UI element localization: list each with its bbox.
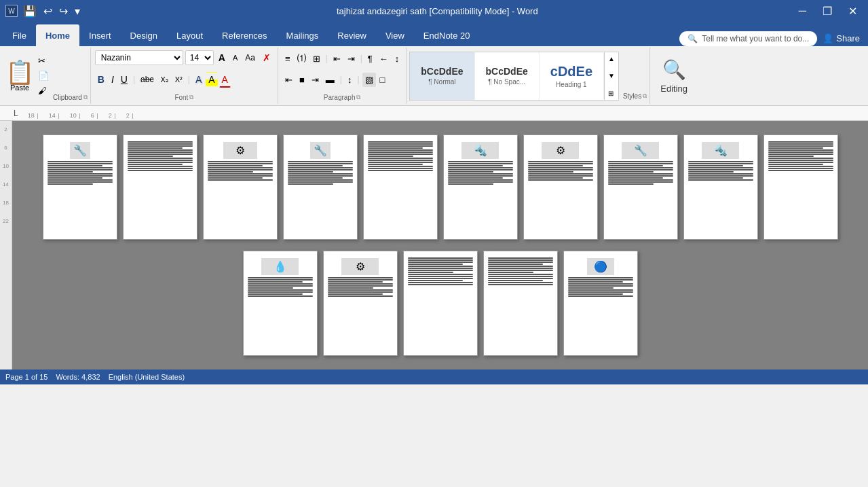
decrease-indent-button[interactable]: ⇤ [331,52,343,66]
page-15-image: 🔵 [587,258,614,275]
underline-button[interactable]: U [118,72,130,87]
numbered-list-button[interactable]: ⑴ [295,50,309,67]
tab-file[interactable]: File [3,24,36,46]
page-thumb-4[interactable]: 🔧 [283,134,358,240]
minimize-button[interactable]: ─ [793,3,812,18]
page-thumb-13[interactable] [403,251,478,356]
tell-me-input[interactable]: 🔍 Tell me what you want to do... [679,31,817,46]
font-expand-icon[interactable]: ⧉ [189,94,193,101]
tab-home[interactable]: Home [36,24,79,46]
multi-level-list-button[interactable]: ⊞ [310,52,323,66]
style-normal[interactable]: bCcDdEe ¶ Normal [410,52,474,100]
clipboard-label: Clipboard ⧉ [53,94,88,101]
tab-view[interactable]: View [376,24,414,46]
font-color-button[interactable]: A [219,72,231,88]
paste-button[interactable]: 📋 Paste [5,60,34,92]
tab-design[interactable]: Design [121,24,167,46]
font-size-select[interactable]: 14 [185,50,214,65]
restore-button[interactable]: ❐ [817,3,837,19]
font-name-select[interactable]: Nazanin [95,50,183,65]
bold-button[interactable]: B [95,72,107,87]
page-thumb-12[interactable]: ⚙ [323,251,398,356]
align-right-button[interactable]: ⇥ [309,73,322,87]
ruler-tab-marker[interactable]: L [14,109,18,118]
styles-label-row: Styles ⧉ [620,92,647,101]
page-thumb-11[interactable]: 💧 [243,251,318,356]
undo-button[interactable]: ↩ [42,3,54,19]
subscript-button[interactable]: X₂ [157,73,170,86]
styles-expand-icon[interactable]: ⧉ [643,92,647,100]
page-thumb-1[interactable]: 🔧 [43,134,117,240]
share-label: Share [836,33,860,43]
redo-button[interactable]: ↪ [58,3,69,19]
page-thumb-7[interactable]: ⚙ [523,134,598,240]
cut-icon: ✂ [38,56,45,66]
tab-review[interactable]: Review [328,24,376,46]
page-9-image: 🔩 [702,142,739,159]
styles-scroll-up[interactable]: ▲ [606,54,617,64]
align-left-button[interactable]: ⇤ [282,73,295,87]
style-no-spacing[interactable]: bCcDdEe ¶ No Spac... [475,52,540,100]
increase-indent-button[interactable]: ⇥ [345,52,358,66]
tab-endnote[interactable]: EndNote 20 [414,24,480,46]
page-5-lines [368,141,433,172]
text-effect-button[interactable]: A [193,72,204,87]
cut-button[interactable]: ✂ [35,54,52,68]
sort-button[interactable]: ↕ [392,52,402,66]
style-heading1[interactable]: cDdEe Heading 1 [540,52,604,100]
align-center-button[interactable]: ■ [297,73,307,87]
font-shrink-button[interactable]: A [230,52,240,64]
line-spacing-button[interactable]: ↕ [345,73,355,87]
editing-label: Editing [660,84,687,94]
page-8-image: 🔧 [622,142,659,159]
styles-list: bCcDdEe ¶ Normal bCcDdEe ¶ No Spac... cD… [410,52,604,100]
page-10-lines [768,141,833,172]
pages-row-1: 🔧 [43,134,838,240]
rtl-button[interactable]: ← [377,52,391,66]
paragraph-group: ≡ ⑴ ⊞ | ⇤ ⇥ | ¶ ← ↕ ⇤ ■ ⇥ ▬ | ↕ | ▧ □ Pa… [278,48,407,104]
page-thumb-14[interactable] [483,251,558,356]
font-grow-button[interactable]: A [216,50,228,65]
page-thumb-9[interactable]: 🔩 [683,134,758,240]
title-bar-left: W 💾 ↩ ↪ ▾ [5,3,81,19]
clipboard-actions: ✂ 📄 🖌 [35,54,52,98]
tab-mailings[interactable]: Mailings [277,24,328,46]
tab-references[interactable]: References [212,24,276,46]
page-thumb-6[interactable]: 🔩 [443,134,518,240]
share-button[interactable]: 👤 Share [817,31,865,46]
strikethrough-button[interactable]: abc [138,73,156,86]
shading-button[interactable]: ▧ [362,73,376,87]
paragraph-expand-icon[interactable]: ⧉ [356,94,360,101]
save-button[interactable]: 💾 [22,3,38,19]
page-thumb-10[interactable] [763,134,838,240]
close-button[interactable]: ✕ [843,3,863,19]
show-formatting-button[interactable]: ¶ [365,52,375,66]
page-thumb-3[interactable]: ⚙ [203,134,278,240]
main-area: 2 6 10 14 18 22 🔧 [0,121,868,369]
border-button[interactable]: □ [377,73,388,87]
italic-button[interactable]: I [109,72,117,87]
tab-insert[interactable]: Insert [79,24,121,46]
copy-button[interactable]: 📄 [35,69,52,83]
page-13-lines [408,257,473,286]
style-no-spacing-preview: bCcDdEe [486,66,528,77]
page-thumb-15[interactable]: 🔵 [563,251,638,356]
tell-me-label: Tell me what you want to do... [702,34,809,43]
format-painter-button[interactable]: 🖌 [35,84,52,98]
customize-quick-access-button[interactable]: ▾ [73,3,81,19]
superscript-button[interactable]: X² [172,73,185,86]
page-thumb-5[interactable] [363,134,438,240]
clipboard-expand-icon[interactable]: ⧉ [83,94,88,101]
bullet-list-button[interactable]: ≡ [282,52,293,66]
highlight-button[interactable]: A [206,72,217,87]
page-thumb-8[interactable]: 🔧 [603,134,678,240]
styles-scroll-more[interactable]: ⊞ [606,88,617,98]
justify-button[interactable]: ▬ [323,73,337,87]
page-area[interactable]: 🔧 [12,121,868,369]
page-thumb-2[interactable] [123,134,197,240]
styles-scroll-down[interactable]: ▼ [606,71,617,81]
tab-layout[interactable]: Layout [167,24,212,46]
page-4-lines [288,160,353,185]
change-case-button[interactable]: Aa [242,51,258,65]
clear-formatting-button[interactable]: ✗ [260,50,273,65]
